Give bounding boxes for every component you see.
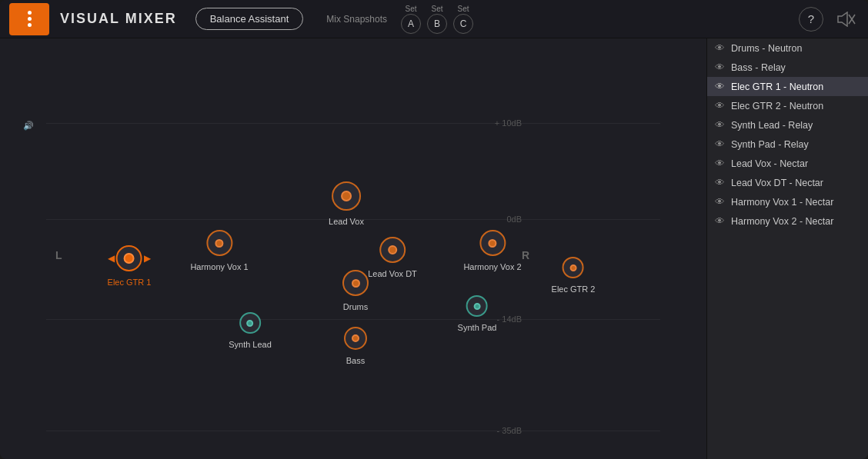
track-knob-elec-gtr-1: [116, 245, 142, 271]
set-a-label: Set: [406, 5, 417, 13]
track-knob-inner-synth-pad: [473, 303, 480, 310]
sidebar-item-synth-pad-relay[interactable]: 👁 Synth Pad - Relay: [707, 135, 868, 154]
sidebar-item-lead-vox-nectar[interactable]: 👁 Lead Vox - Nectar: [707, 154, 868, 173]
track-knob-elec-gtr-2: [563, 257, 584, 278]
mix-snapshots-label: Mix Snapshots: [326, 14, 387, 25]
sidebar-item-lead-vox-dt-nectar[interactable]: 👁 Lead Vox DT - Nectar: [707, 173, 868, 192]
l-label: L: [55, 249, 62, 261]
grid-line-10db: [46, 123, 660, 124]
mixer-canvas: 🔊 + 10dB 0dB - 14dB - 35dB L R: [0, 38, 706, 459]
track-knob-inner-lead-vox-dt: [388, 245, 397, 254]
eye-icon-drums: 👁: [715, 42, 725, 54]
grid-label-10db: + 10dB: [495, 118, 522, 128]
set-buttons: Set A Set B Set C: [401, 5, 473, 34]
set-b-button[interactable]: B: [427, 14, 447, 34]
sidebar-item-synth-lead-relay[interactable]: 👁 Synth Lead - Relay: [707, 115, 868, 135]
set-c-group: Set C: [453, 5, 473, 34]
balance-assistant-button[interactable]: Balance Assistant: [195, 8, 304, 30]
track-label-elec-gtr-1: Elec GTR 1: [108, 278, 152, 287]
track-label-lead-vox-dt: Lead Vox DT: [368, 269, 417, 278]
main-area: 🔊 + 10dB 0dB - 14dB - 35dB L R: [0, 38, 868, 459]
track-node-synth-lead[interactable]: Synth Lead: [229, 312, 272, 349]
sidebar-label-lead-vox-dt-nectar: Lead Vox DT - Nectar: [731, 178, 823, 188]
track-label-lead-vox: Lead Vox: [329, 217, 364, 226]
sidebar-label-synth-pad-relay: Synth Pad - Relay: [731, 139, 809, 150]
track-node-elec-gtr-2[interactable]: Elec GTR 2: [552, 257, 596, 294]
track-knob-inner-elec-gtr-2: [569, 264, 576, 271]
track-node-lead-vox[interactable]: Lead Vox: [329, 181, 364, 226]
sidebar-label-lead-vox-nectar: Lead Vox - Nectar: [731, 158, 808, 169]
sidebar-label-elec-gtr1-neutron: Elec GTR 1 - Neutron: [731, 81, 823, 92]
track-node-lead-vox-dt[interactable]: Lead Vox DT: [368, 237, 417, 278]
logo-block: [9, 3, 49, 35]
sidebar-item-elec-gtr1-neutron[interactable]: 👁 Elec GTR 1 - Neutron: [707, 77, 868, 96]
eye-icon-harmony-vox2: 👁: [715, 215, 725, 227]
track-knob-synth-lead: [239, 312, 261, 334]
eye-icon-bass: 👁: [715, 62, 725, 73]
sidebar-label-elec-gtr2-neutron: Elec GTR 2 - Neutron: [731, 101, 823, 111]
grid-label-14db: - 14dB: [497, 314, 522, 324]
set-b-group: Set B: [427, 5, 447, 34]
sidebar-item-elec-gtr2-neutron[interactable]: 👁 Elec GTR 2 - Neutron: [707, 96, 868, 115]
mute-icon[interactable]: [834, 7, 859, 32]
header: VISUAL MIXER Balance Assistant Mix Snaps…: [0, 0, 868, 38]
track-label-synth-lead: Synth Lead: [229, 340, 272, 349]
track-node-harmony-vox-1[interactable]: Harmony Vox 1: [190, 230, 248, 271]
track-knob-drums: [342, 270, 369, 296]
track-node-bass[interactable]: Bass: [344, 327, 367, 365]
logo-dot-2: [28, 17, 32, 21]
track-knob-inner-drums: [352, 279, 360, 288]
set-a-button[interactable]: A: [401, 14, 421, 34]
track-knob-inner-bass: [352, 334, 359, 342]
r-label: R: [522, 249, 529, 261]
track-knob-synth-pad: [466, 295, 488, 317]
eye-icon-elec-gtr1: 👁: [715, 81, 725, 92]
logo-dots: [28, 11, 32, 27]
sidebar-item-harmony-vox1-nectar[interactable]: 👁 Harmony Vox 1 - Nectar: [707, 192, 868, 211]
set-c-button[interactable]: C: [453, 14, 473, 34]
sidebar-label-bass-relay: Bass - Relay: [731, 62, 786, 73]
app-title: VISUAL MIXER: [60, 11, 177, 27]
grid-label-0db: 0dB: [506, 215, 522, 224]
grid-line-35db: [46, 431, 660, 431]
eye-icon-elec-gtr2: 👁: [715, 100, 725, 111]
set-b-label: Set: [432, 5, 443, 13]
eye-icon-synth-pad: 👁: [715, 138, 725, 150]
track-node-synth-pad[interactable]: Synth Pad: [458, 295, 497, 332]
track-knob-bass: [344, 327, 367, 350]
track-knob-inner-harmony-vox-1: [215, 239, 223, 248]
track-node-drums[interactable]: Drums: [342, 270, 369, 311]
track-label-harmony-vox-1: Harmony Vox 1: [190, 262, 248, 271]
eye-icon-synth-lead: 👁: [715, 119, 725, 131]
track-label-drums: Drums: [343, 302, 368, 311]
gtr1-arrow-right: ▶: [144, 253, 151, 264]
track-node-elec-gtr-1[interactable]: ◀ ▶ Elec GTR 1: [108, 245, 152, 287]
sidebar-item-drums-neutron[interactable]: 👁 Drums - Neutron: [707, 38, 868, 58]
sidebar-item-bass-relay[interactable]: 👁 Bass - Relay: [707, 58, 868, 77]
logo-dot-1: [28, 11, 32, 15]
track-knob-lead-vox: [332, 181, 361, 211]
eye-icon-harmony-vox1: 👁: [715, 196, 725, 208]
logo-dot-3: [28, 23, 32, 27]
track-knob-harmony-vox-1: [206, 230, 232, 256]
track-label-harmony-vox-2: Harmony Vox 2: [463, 262, 521, 271]
help-button[interactable]: ?: [799, 7, 823, 32]
sidebar-item-harmony-vox2-nectar[interactable]: 👁 Harmony Vox 2 - Nectar: [707, 211, 868, 231]
track-label-elec-gtr-2: Elec GTR 2: [552, 284, 596, 294]
sidebar-label-drums-neutron: Drums - Neutron: [731, 43, 802, 54]
app-container: VISUAL MIXER Balance Assistant Mix Snaps…: [0, 0, 868, 459]
sidebar: 👁 Drums - Neutron 👁 Bass - Relay 👁 Elec …: [706, 38, 868, 459]
grid-line-14db: [46, 319, 660, 320]
track-knob-inner-harmony-vox-2: [488, 239, 496, 248]
set-c-label: Set: [458, 5, 469, 13]
sidebar-label-synth-lead-relay: Synth Lead - Relay: [731, 120, 813, 131]
track-node-harmony-vox-2[interactable]: Harmony Vox 2: [463, 230, 521, 271]
set-a-group: Set A: [401, 5, 421, 34]
track-knob-inner-elec-gtr-1: [124, 253, 135, 264]
sidebar-label-harmony-vox1-nectar: Harmony Vox 1 - Nectar: [731, 197, 833, 208]
grid-label-35db: - 35dB: [497, 426, 522, 435]
sidebar-label-harmony-vox2-nectar: Harmony Vox 2 - Nectar: [731, 216, 833, 227]
track-knob-inner-synth-lead: [247, 320, 254, 327]
gtr1-node-group: ◀ ▶: [108, 245, 151, 271]
eye-icon-lead-vox-dt: 👁: [715, 177, 725, 188]
